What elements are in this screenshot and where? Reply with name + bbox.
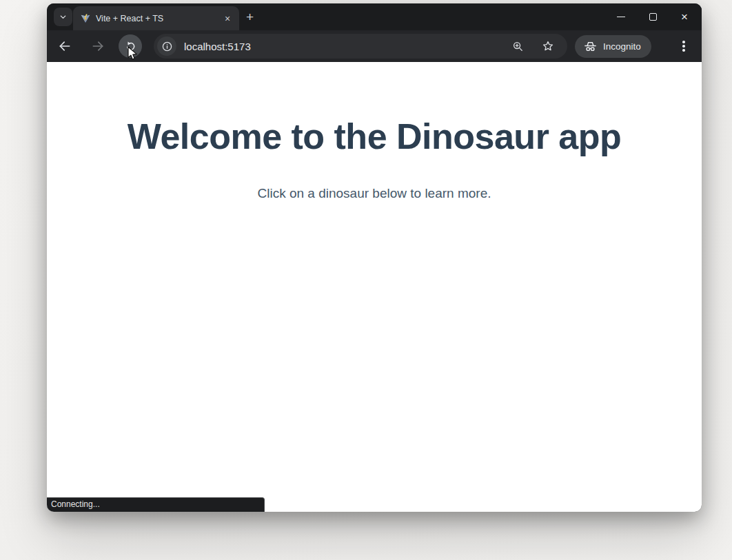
page-subtitle: Click on a dinosaur below to learn more. [47, 186, 702, 201]
reload-icon [125, 41, 136, 52]
star-outline-icon [542, 40, 554, 52]
back-arrow-icon [58, 39, 72, 53]
window-minimize-button[interactable] [605, 3, 637, 30]
three-dot-menu-icon[interactable] [674, 37, 693, 56]
desktop-backdrop: { "colors": { "frame_bg": "#1b1c1e", "to… [0, 0, 732, 560]
forward-arrow-icon [91, 39, 105, 53]
page-title: Welcome to the Dinosaur app [47, 62, 702, 157]
zoom-button[interactable] [509, 38, 526, 54]
incognito-label: Incognito [603, 41, 641, 52]
tab-title: Vite + React + TS [96, 14, 216, 23]
browser-toolbar: localhost:5173 [47, 30, 702, 62]
status-bubble: Connecting... [47, 497, 265, 512]
tab-close-icon[interactable]: × [221, 12, 234, 25]
chevron-down-icon [59, 12, 68, 21]
incognito-badge: Incognito [575, 35, 651, 58]
browser-window: Vite + React + TS × + × [47, 3, 702, 512]
back-button[interactable] [55, 37, 74, 56]
address-bar[interactable]: localhost:5173 [154, 34, 567, 59]
bookmark-button[interactable] [540, 38, 556, 54]
window-maximize-button[interactable] [637, 3, 669, 30]
window-controls: × [605, 3, 700, 30]
reload-button[interactable] [119, 34, 142, 58]
minimize-icon [617, 17, 625, 17]
maximize-icon [649, 13, 657, 21]
tab-search-button[interactable] [54, 8, 72, 26]
new-tab-button[interactable]: + [241, 8, 258, 25]
info-circle-icon [161, 41, 173, 52]
tab-vite-react-ts[interactable]: Vite + React + TS × [73, 6, 239, 30]
url-text[interactable]: localhost:5173 [184, 41, 509, 52]
magnifier-plus-icon [512, 41, 524, 52]
vite-favicon-icon [81, 14, 90, 23]
page-viewport: Welcome to the Dinosaur app Click on a d… [47, 62, 702, 512]
incognito-icon [583, 41, 598, 52]
window-close-button[interactable]: × [669, 3, 700, 30]
forward-button[interactable] [88, 37, 108, 56]
tab-strip: Vite + React + TS × + × [47, 3, 702, 30]
site-info-button[interactable] [157, 37, 176, 56]
